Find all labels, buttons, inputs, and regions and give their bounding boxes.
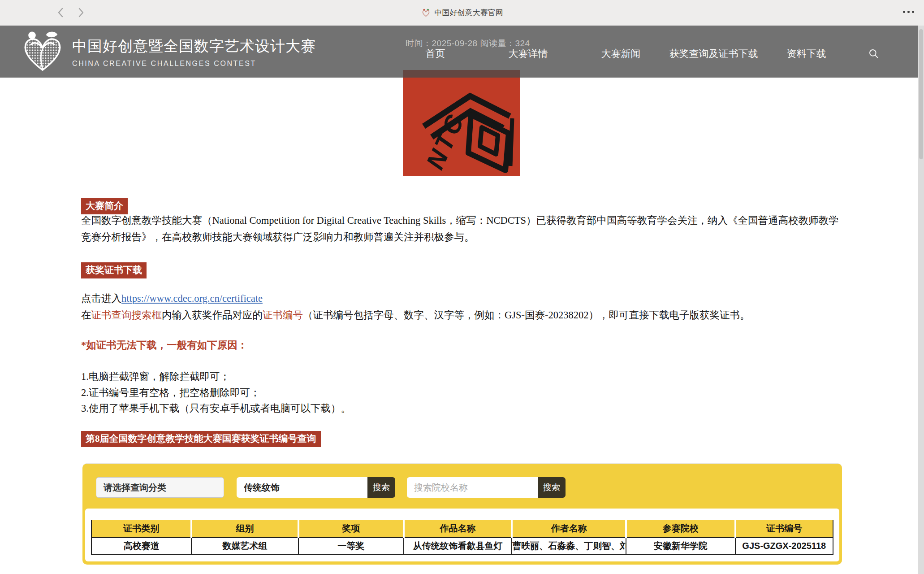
- table-header-row: 证书类别 组别 奖项 作品名称 作者名称 参赛院校 证书编号: [91, 520, 833, 537]
- instruction-seg2: 内输入获奖作品对应的: [162, 309, 263, 321]
- nav-item-contest-details[interactable]: 大赛详情: [482, 47, 574, 61]
- click-prefix: 点击进入: [81, 293, 121, 304]
- cert-link-line: 点击进入https://www.cdec.org.cn/certificate: [81, 291, 263, 305]
- cell-school: 安徽新华学院: [626, 537, 735, 554]
- nav-item-materials-download[interactable]: 资料下载: [760, 47, 853, 61]
- reason-item: 2.证书编号里有空格，把空格删除即可；: [81, 385, 351, 401]
- main-nav: 首页 大赛详情 大赛新闻 获奖查询及证书下载 资料下载: [389, 47, 880, 61]
- section-badge-query: 第8届全国数字创意教学技能大赛国赛获奖证书编号查询: [81, 431, 321, 447]
- nav-item-home[interactable]: 首页: [389, 47, 482, 61]
- results-table: 证书类别 组别 奖项 作品名称 作者名称 参赛院校 证书编号 高校赛道 数媒艺术: [91, 520, 833, 555]
- instruction-highlight-searchbox: 证书查询搜索框: [91, 309, 162, 321]
- instruction-seg3: （证书编号包括字母、数字、汉字等，例如：GJS-国赛-20238202），即可直…: [303, 309, 750, 321]
- cert-instruction-line: 在证书查询搜索框内输入获奖作品对应的证书编号（证书编号包括字母、数字、汉字等，例…: [81, 308, 839, 322]
- results-table-container: 证书类别 组别 奖项 作品名称 作者名称 参赛院校 证书编号 高校赛道 数媒艺术: [85, 509, 839, 561]
- page-scrollbar-thumb[interactable]: [919, 29, 923, 159]
- work-search-button[interactable]: 搜索: [367, 477, 395, 498]
- reason-item: 1.电脑拦截弹窗，解除拦截即可；: [81, 369, 351, 385]
- certificate-query-panel: 请选择查询分类 搜索 搜索 证书类别: [82, 463, 842, 565]
- brand-text: 中国好创意暨全国数字艺术设计大赛 CHINA CREATIVE CHALLENG…: [72, 30, 316, 68]
- nav-item-award-query-cert-download[interactable]: 获奖查询及证书下载: [667, 47, 760, 61]
- intro-paragraph: 全国数字创意教学技能大赛（National Competition for Di…: [81, 213, 839, 245]
- col-header-authors: 作者名称: [512, 520, 626, 537]
- ellipsis-icon: [903, 11, 905, 13]
- site-header: 中国好创意暨全国数字艺术设计大赛 CHINA CREATIVE CHALLENG…: [0, 26, 924, 78]
- cell-cert-type: 高校赛道: [91, 537, 191, 554]
- page-scrollbar-track[interactable]: [918, 26, 924, 574]
- ntc-book-logo-image: NTC: [403, 70, 520, 176]
- ellipsis-icon: [912, 11, 914, 13]
- search-icon: [868, 48, 880, 60]
- cell-award: 一等奖: [298, 537, 404, 554]
- table-row: 高校赛道 数媒艺术组 一等奖 从传统纹饰看歙县鱼灯 曹昳丽、石淼淼、丁则智、刘雪…: [91, 537, 833, 554]
- brand-title-en: CHINA CREATIVE CHALLENGES CONTEST: [72, 60, 316, 68]
- download-warning: *如证书无法下载，一般有如下原因：: [81, 338, 247, 352]
- more-menu-button[interactable]: [903, 11, 914, 13]
- section-badge-cert-download: 获奖证书下载: [81, 262, 147, 278]
- col-header-work-title: 作品名称: [404, 520, 512, 537]
- nav-item-contest-news[interactable]: 大赛新闻: [574, 47, 667, 61]
- brand-logo[interactable]: 中国好创意暨全国数字艺术设计大赛 CHINA CREATIVE CHALLENG…: [21, 30, 316, 73]
- school-search-button[interactable]: 搜索: [538, 477, 566, 498]
- school-search-group: 搜索: [407, 477, 566, 498]
- tab-title-text: 中国好创意大赛官网: [435, 8, 503, 18]
- instruction-highlight-certno: 证书编号: [263, 309, 303, 321]
- work-search-group: 搜索: [237, 477, 395, 498]
- browser-titlebar: 中国好创意大赛官网: [0, 0, 924, 26]
- tab-title: 中国好创意大赛官网: [0, 0, 924, 26]
- category-select[interactable]: 请选择查询分类: [96, 477, 224, 498]
- col-header-cert-type: 证书类别: [91, 520, 191, 537]
- site-favicon: [421, 8, 431, 17]
- brand-title-cn: 中国好创意暨全国数字艺术设计大赛: [72, 36, 316, 57]
- screen: NTC 大赛简介 全国数字创意教学技能大赛（National Competiti…: [0, 0, 924, 574]
- reason-list: 1.电脑拦截弹窗，解除拦截即可； 2.证书编号里有空格，把空格删除即可； 3.使…: [81, 369, 351, 417]
- page-content: NTC 大赛简介 全国数字创意教学技能大赛（National Competiti…: [0, 0, 924, 574]
- nav-search-button[interactable]: [868, 48, 880, 60]
- col-header-award: 奖项: [298, 520, 404, 537]
- certificate-link[interactable]: https://www.cdec.org.cn/certificate: [121, 293, 263, 304]
- brand-heart-icon: [21, 30, 65, 73]
- cell-group: 数媒艺术组: [191, 537, 298, 554]
- work-search-input[interactable]: [237, 477, 367, 498]
- cell-authors: 曹昳丽、石淼淼、丁则智、刘雪: [512, 537, 626, 554]
- reason-item: 3.使用了苹果手机下载（只有安卓手机或者电脑可以下载）。: [81, 400, 351, 417]
- ellipsis-icon: [907, 11, 910, 13]
- cell-work-title: 从传统纹饰看歙县鱼灯: [404, 537, 512, 554]
- cell-cert-no: GJS-GZGX-2025118: [735, 537, 833, 554]
- instruction-seg1: 在: [81, 309, 91, 321]
- school-search-input[interactable]: [407, 477, 538, 498]
- col-header-cert-no: 证书编号: [735, 520, 833, 537]
- section-badge-intro: 大赛简介: [81, 198, 128, 214]
- col-header-school: 参赛院校: [626, 520, 735, 537]
- col-header-group: 组别: [191, 520, 298, 537]
